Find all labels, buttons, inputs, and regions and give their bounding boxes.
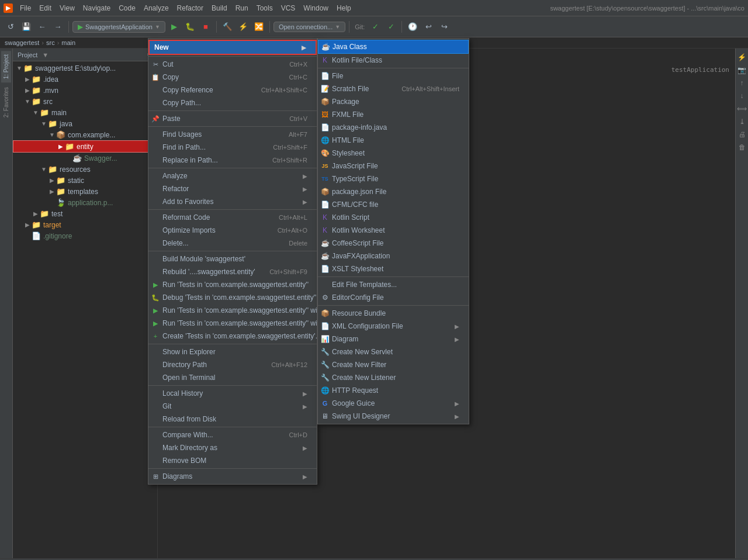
submenu-package-info-label: package-info.java bbox=[332, 123, 387, 132]
ctx-show-explorer[interactable]: Show in Explorer bbox=[148, 345, 317, 358]
ctx-optimize-imports[interactable]: Optimize Imports Ctrl+Alt+O bbox=[148, 224, 317, 237]
submenu-scratch-file[interactable]: 📝 Scratch File Ctrl+Alt+Shift+Insert bbox=[318, 82, 469, 95]
ctx-find-usages-label: Find Usages bbox=[162, 130, 202, 139]
ctx-debug-tests[interactable]: 🐛 Debug 'Tests in 'com.example.swaggerte… bbox=[148, 291, 317, 304]
ctx-mark-dir[interactable]: Mark Directory as ▶ bbox=[148, 441, 317, 454]
submenu-ts[interactable]: TS TypeScript File bbox=[318, 172, 469, 185]
guice-icon: G bbox=[320, 400, 330, 407]
kworksheet-icon: K bbox=[320, 226, 330, 234]
ctx-run-tests[interactable]: ▶ Run 'Tests in 'com.example.swaggertest… bbox=[148, 278, 317, 291]
ctx-add-favorites[interactable]: Add to Favorites ▶ bbox=[148, 195, 317, 208]
submenu-create-listener[interactable]: 🔧 Create New Listener bbox=[318, 371, 469, 384]
ctx-create-tests[interactable]: + Create 'Tests in 'com.example.swaggert… bbox=[148, 330, 317, 343]
ctx-paste[interactable]: 📌 Paste Ctrl+V bbox=[148, 112, 317, 125]
submenu-package-info[interactable]: 📄 package-info.java bbox=[318, 121, 469, 134]
submenu-kotlin-script-label: Kotlin Script bbox=[332, 213, 369, 222]
ctx-git-arrow: ▶ bbox=[303, 403, 307, 410]
submenu-edit-templates[interactable]: Edit File Templates... bbox=[318, 278, 469, 291]
submenu-fxml[interactable]: 🖼 FXML File bbox=[318, 108, 469, 121]
ctx-git[interactable]: Git ▶ bbox=[148, 400, 317, 413]
submenu-stylesheet[interactable]: 🎨 Stylesheet bbox=[318, 147, 469, 160]
ctx-reload[interactable]: Reload from Disk bbox=[148, 413, 317, 426]
submenu-javafx-label: JavaFXApplication bbox=[332, 252, 390, 260]
editorconfig-icon: ⚙ bbox=[320, 293, 330, 302]
ctx-paste-shortcut: Ctrl+V bbox=[278, 115, 307, 122]
submenu-coffeescript[interactable]: ☕ CoffeeScript File bbox=[318, 237, 469, 250]
sep8 bbox=[148, 385, 317, 386]
submenu-create-filter[interactable]: 🔧 Create New Filter bbox=[318, 358, 469, 371]
ctx-find-usages[interactable]: Find Usages Alt+F7 bbox=[148, 128, 317, 141]
ctx-rebuild-label: Rebuild '....swaggertest.entity' bbox=[162, 268, 255, 276]
submenu-xml-config-label: XML Configuration File bbox=[332, 322, 403, 330]
create-icon: + bbox=[151, 333, 160, 340]
ctx-copy-path[interactable]: Copy Path... bbox=[148, 96, 317, 109]
ctx-find-in-path-label: Find in Path... bbox=[162, 143, 206, 151]
ctx-new-label: New bbox=[154, 43, 169, 51]
ctx-refactor-arrow: ▶ bbox=[303, 186, 307, 192]
submenu-xslt[interactable]: 📄 XSLT Stylesheet bbox=[318, 262, 469, 275]
submenu-kotlin-file-label: Kotlin File/Class bbox=[332, 56, 382, 64]
ctx-replace-in-path[interactable]: Replace in Path... Ctrl+Shift+R bbox=[148, 154, 317, 167]
submenu-package[interactable]: 📦 Package bbox=[318, 95, 469, 108]
submenu-resource-bundle[interactable]: 📦 Resource Bundle bbox=[318, 307, 469, 320]
submenu-html[interactable]: 🌐 HTML File bbox=[318, 134, 469, 147]
ctx-dir-path-label: Directory Path bbox=[162, 361, 207, 369]
ctx-copy-ref-shortcut: Ctrl+Alt+Shift+C bbox=[250, 87, 307, 94]
ctx-diagrams[interactable]: ⊞ Diagrams ▶ bbox=[148, 470, 317, 483]
ctx-delete[interactable]: Delete... Delete bbox=[148, 237, 317, 250]
ctx-dir-path[interactable]: Directory Path Ctrl+Alt+F12 bbox=[148, 358, 317, 371]
sep10 bbox=[148, 468, 317, 469]
ctx-analyze[interactable]: Analyze ▶ bbox=[148, 170, 317, 182]
submenu-http-request[interactable]: 🌐 HTTP Request bbox=[318, 384, 469, 397]
submenu-diagram[interactable]: 📊 Diagram ▶ bbox=[318, 333, 469, 345]
submenu-kotlin-script[interactable]: K Kotlin Script bbox=[318, 211, 469, 224]
submenu-xml-config[interactable]: 📄 XML Configuration File ▶ bbox=[318, 320, 469, 333]
submenu-kotlin-file[interactable]: K Kotlin File/Class bbox=[318, 54, 469, 67]
submenu-file[interactable]: 📄 File bbox=[318, 70, 469, 82]
ctx-optimize-imports-shortcut: Ctrl+Alt+O bbox=[266, 227, 307, 234]
ctx-copy-label: Copy bbox=[162, 73, 179, 81]
submenu-swing-ui[interactable]: 🖥 Swing UI Designer ▶ bbox=[318, 410, 469, 423]
ctx-new[interactable]: New ▶ bbox=[148, 40, 317, 55]
ctx-copy[interactable]: 📋 Copy Ctrl+C bbox=[148, 71, 317, 84]
ctx-local-history[interactable]: Local History ▶ bbox=[148, 387, 317, 400]
ctx-build-module[interactable]: Build Module 'swaggertest' bbox=[148, 253, 317, 265]
sub-sep2 bbox=[318, 276, 469, 277]
submenu-java-class[interactable]: ☕ Java Class bbox=[318, 40, 469, 54]
ctx-copy-ref[interactable]: Copy Reference Ctrl+Alt+Shift+C bbox=[148, 84, 317, 96]
ctx-compare[interactable]: Compare With... Ctrl+D bbox=[148, 428, 317, 441]
submenu-javafx[interactable]: ☕ JavaFXApplication bbox=[318, 250, 469, 262]
sep4 bbox=[148, 168, 317, 168]
kotlin-icon: K bbox=[320, 56, 330, 64]
submenu-guice-label: Google Guice bbox=[332, 399, 375, 407]
swing-arrow: ▶ bbox=[455, 413, 459, 420]
package-info-icon: 📄 bbox=[320, 123, 330, 132]
ctx-remove-bom[interactable]: Remove BOM bbox=[148, 454, 317, 467]
submenu-js[interactable]: JS JavaScript File bbox=[318, 160, 469, 172]
xml-config-arrow: ▶ bbox=[455, 323, 459, 330]
ctx-add-favorites-arrow: ▶ bbox=[303, 199, 307, 205]
paste-icon: 📌 bbox=[151, 115, 160, 123]
ctx-reformat[interactable]: Reformat Code Ctrl+Alt+L bbox=[148, 211, 317, 224]
coffee-icon: ☕ bbox=[320, 239, 330, 247]
ctx-run-coverage[interactable]: ▶ Run 'Tests in 'com.example.swaggertest… bbox=[148, 304, 317, 317]
submenu-diagram-label: Diagram bbox=[332, 335, 358, 343]
submenu-kotlin-worksheet[interactable]: K Kotlin Worksheet bbox=[318, 224, 469, 237]
submenu-js-label: JavaScript File bbox=[332, 162, 378, 170]
submenu-editorconfig[interactable]: ⚙ EditorConfig File bbox=[318, 291, 469, 304]
submenu-pkgjson[interactable]: 📦 package.json File bbox=[318, 185, 469, 198]
ctx-replace-in-path-label: Replace in Path... bbox=[162, 156, 218, 164]
ctx-rebuild[interactable]: Rebuild '....swaggertest.entity' Ctrl+Sh… bbox=[148, 265, 317, 278]
ctx-cut[interactable]: ✂ Cut Ctrl+X bbox=[148, 58, 317, 71]
ctx-open-terminal[interactable]: Open in Terminal bbox=[148, 371, 317, 384]
submenu-guice[interactable]: G Google Guice ▶ bbox=[318, 397, 469, 410]
ctx-reformat-label: Reformat Code bbox=[162, 213, 210, 222]
submenu-create-servlet[interactable]: 🔧 Create New Servlet bbox=[318, 345, 469, 358]
ctx-refactor[interactable]: Refactor ▶ bbox=[148, 182, 317, 195]
ctx-run-tests-label: Run 'Tests in 'com.example.swaggertest.e… bbox=[162, 281, 309, 289]
ctx-find-in-path[interactable]: Find in Path... Ctrl+Shift+F bbox=[148, 141, 317, 154]
ctx-refactor-label: Refactor bbox=[162, 185, 189, 193]
ctx-run-jfr[interactable]: ▶ Run 'Tests in 'com.example.swaggertest… bbox=[148, 317, 317, 330]
cut-icon: ✂ bbox=[151, 61, 160, 68]
submenu-cfml[interactable]: 📄 CFML/CFC file bbox=[318, 198, 469, 211]
